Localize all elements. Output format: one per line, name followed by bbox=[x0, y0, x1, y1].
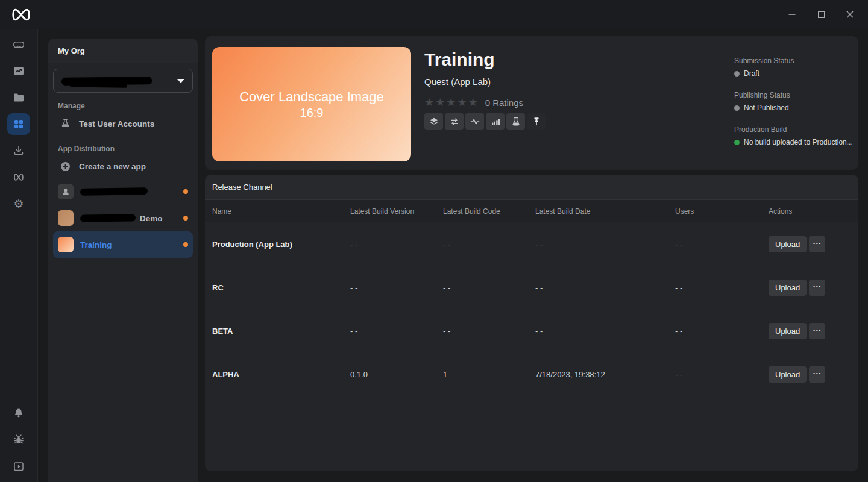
activity-pulse-icon bbox=[470, 117, 480, 127]
column-header-latest-build-code: Latest Build Code bbox=[443, 207, 535, 216]
latest-build-version: - - bbox=[350, 283, 443, 292]
app-name-label: Training bbox=[80, 240, 112, 249]
panel-toggle-icon[interactable] bbox=[7, 455, 30, 477]
more-actions-button[interactable]: ... bbox=[809, 236, 825, 252]
green-status-dot-icon bbox=[734, 140, 740, 145]
column-header-actions: Actions bbox=[769, 207, 851, 216]
app-list-item[interactable]: Demo bbox=[53, 205, 193, 231]
layers-icon-button[interactable] bbox=[424, 113, 443, 130]
flask-icon bbox=[511, 117, 521, 127]
more-actions-button[interactable]: ... bbox=[809, 323, 825, 339]
rail-top-group: ⚙ bbox=[7, 34, 30, 214]
upload-button[interactable]: Upload bbox=[769, 280, 807, 296]
latest-build-date: 7/18/2023, 19:38:12 bbox=[535, 370, 675, 379]
maximize-button[interactable] bbox=[807, 0, 835, 29]
app-name-visible-suffix: Demo bbox=[140, 214, 163, 223]
org-header-label: My Org bbox=[58, 46, 85, 55]
app-info: Training Quest (App Lab) ★★★★★ 0 Ratings bbox=[424, 49, 546, 130]
redacted-app-name-prefix bbox=[80, 214, 136, 222]
latest-build-date: - - bbox=[535, 327, 675, 336]
status-divider bbox=[725, 54, 725, 154]
notification-dot bbox=[183, 189, 188, 194]
gear-icon: ⚙ bbox=[13, 198, 24, 210]
release-table-body: Production (App Lab) - - - - - - - - Upl… bbox=[205, 222, 858, 396]
org-selector-dropdown[interactable] bbox=[53, 69, 193, 93]
org-sidebar: My Org Manage Test User Accounts App Dis… bbox=[48, 39, 198, 482]
release-channel-title-bar: Release Channel bbox=[205, 175, 858, 200]
flask-icon-button[interactable] bbox=[506, 113, 525, 130]
table-row: Production (App Lab) - - - - - - - - Upl… bbox=[205, 222, 858, 266]
app-thumbnail bbox=[58, 184, 74, 199]
release-channel-card: Release Channel Name Latest Build Versio… bbox=[205, 175, 858, 471]
publishing-status-group: Publishing Status Not Published bbox=[734, 91, 852, 112]
channel-name: Production (App Lab) bbox=[212, 240, 350, 249]
person-icon bbox=[60, 186, 71, 197]
redacted-org-name bbox=[61, 77, 152, 86]
activity-icon-button[interactable] bbox=[465, 113, 484, 130]
column-header-users: Users bbox=[675, 207, 769, 216]
upload-button[interactable]: Upload bbox=[769, 236, 807, 252]
title-bar bbox=[0, 0, 868, 29]
table-row: BETA - - - - - - - - Upload ... bbox=[205, 309, 858, 352]
latest-build-date: - - bbox=[535, 240, 675, 249]
meta-quest-icon[interactable] bbox=[7, 166, 30, 188]
submission-status-group: Submission Status Draft bbox=[734, 57, 852, 78]
latest-build-code: - - bbox=[443, 240, 535, 249]
channel-name: RC bbox=[212, 283, 350, 292]
submission-status-value: Draft bbox=[744, 69, 760, 78]
rail-bottom-group bbox=[7, 402, 30, 477]
bar-chart-icon-button[interactable] bbox=[486, 113, 505, 130]
redacted-app-name bbox=[80, 187, 148, 196]
app-thumbnail bbox=[58, 210, 74, 226]
bar-chart-icon bbox=[491, 117, 500, 127]
plus-circle-icon bbox=[59, 161, 71, 172]
create-new-app-button[interactable]: Create a new app bbox=[48, 154, 198, 178]
latest-build-code: 1 bbox=[443, 370, 535, 379]
platform-label: Quest (App Lab) bbox=[424, 77, 546, 87]
transfer-icon-button[interactable] bbox=[445, 113, 464, 130]
notification-dot bbox=[183, 242, 188, 247]
channel-users: - - bbox=[675, 370, 769, 379]
column-header-latest-build-version: Latest Build Version bbox=[350, 207, 443, 216]
device-manager-headset-icon[interactable] bbox=[7, 34, 30, 55]
app-list-item-training-selected[interactable]: Training bbox=[53, 231, 193, 258]
ratings-count-label: 0 Ratings bbox=[485, 98, 523, 108]
maximize-icon bbox=[818, 11, 825, 18]
upload-button[interactable]: Upload bbox=[769, 323, 807, 339]
latest-build-date: - - bbox=[535, 283, 675, 292]
sidebar-item-test-user-accounts[interactable]: Test User Accounts bbox=[48, 111, 198, 136]
app-list-item[interactable] bbox=[53, 178, 193, 205]
test-user-accounts-label: Test User Accounts bbox=[79, 119, 154, 128]
apps-grid-icon[interactable] bbox=[7, 113, 30, 135]
minimize-button[interactable] bbox=[778, 0, 807, 29]
flask-icon bbox=[59, 118, 71, 129]
channel-users: - - bbox=[675, 240, 769, 249]
more-actions-button[interactable]: ... bbox=[809, 366, 825, 383]
app-toolbar bbox=[424, 113, 546, 130]
upload-button[interactable]: Upload bbox=[769, 366, 807, 383]
downloads-icon[interactable] bbox=[7, 140, 30, 161]
close-button[interactable] bbox=[835, 0, 864, 29]
notifications-bell-icon[interactable] bbox=[7, 402, 30, 424]
more-actions-button[interactable]: ... bbox=[809, 280, 825, 296]
latest-build-code: - - bbox=[443, 283, 535, 292]
column-header-name: Name bbox=[212, 207, 350, 216]
latest-build-version: - - bbox=[350, 327, 443, 336]
latest-build-version: 0.1.0 bbox=[350, 370, 443, 379]
file-manager-folder-icon[interactable] bbox=[7, 87, 30, 108]
settings-gear-icon[interactable]: ⚙ bbox=[7, 193, 30, 214]
table-header-row: Name Latest Build Version Latest Build C… bbox=[205, 200, 858, 222]
bug-report-icon[interactable] bbox=[7, 429, 30, 451]
window-controls bbox=[778, 0, 864, 29]
layers-icon bbox=[429, 117, 439, 127]
channel-users: - - bbox=[675, 283, 769, 292]
app-window: ⚙ My Org Manage Test bbox=[0, 0, 868, 482]
performance-analytics-icon[interactable] bbox=[7, 60, 30, 82]
submission-status-label: Submission Status bbox=[734, 57, 852, 65]
table-row: RC - - - - - - - - Upload ... bbox=[205, 266, 858, 309]
chevron-down-icon bbox=[177, 79, 184, 83]
production-build-value: No build uploaded to Production... bbox=[744, 138, 852, 146]
org-header: My Org bbox=[48, 39, 198, 63]
notification-dot bbox=[183, 216, 188, 221]
pin-icon-button[interactable] bbox=[527, 113, 546, 130]
